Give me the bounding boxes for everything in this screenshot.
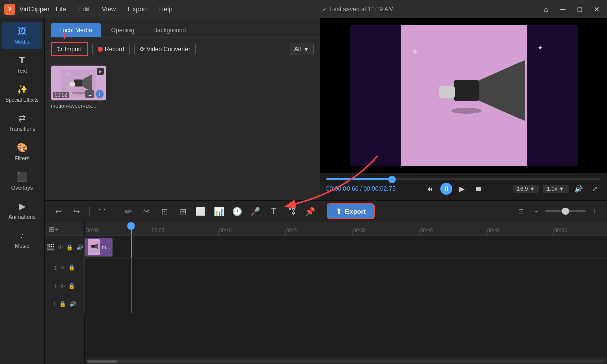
media-item-0[interactable]: ▶ 00:02 ☰ + motion-tween-ex... xyxy=(51,65,106,195)
top-section: Local Media Opening Background ↻ Import … xyxy=(45,18,607,200)
export-icon: ⬆ xyxy=(336,207,342,215)
audio-track-content[interactable] xyxy=(85,295,607,313)
text-track-1-content[interactable] xyxy=(85,259,607,277)
text-overlay-button[interactable]: T xyxy=(266,204,281,219)
sidebar-item-animations[interactable]: ▶ Animations xyxy=(2,197,42,224)
clip-duration: 00:02 xyxy=(53,92,69,98)
sidebar-item-media[interactable]: 🖼 Media xyxy=(2,22,42,49)
zoom-out-button[interactable]: − xyxy=(530,205,542,217)
preview-timeline-bar[interactable] xyxy=(326,178,601,180)
tab-background[interactable]: Background xyxy=(145,23,194,37)
mic-button[interactable]: 🎤 xyxy=(248,204,263,219)
export-button[interactable]: ⬆ Export xyxy=(327,203,375,219)
clock-button[interactable]: 🕐 xyxy=(230,204,245,219)
chart-button[interactable]: 📊 xyxy=(211,204,227,219)
home-icon[interactable]: ⌂ xyxy=(541,4,551,14)
pin-button[interactable]: 📌 xyxy=(302,204,318,219)
fit-button[interactable]: ⊡ xyxy=(515,205,527,217)
track-eye-icon-t2[interactable]: 👁 xyxy=(60,283,65,289)
delete-button[interactable]: 🗑 xyxy=(95,204,110,219)
menu-help[interactable]: Help xyxy=(157,4,175,14)
prev-frame-button[interactable]: ⏮ xyxy=(424,183,436,195)
zoom-in-button[interactable]: + xyxy=(589,205,601,217)
ruler-mark-5: 00:40 xyxy=(420,228,433,233)
volume-button[interactable]: 🔊 xyxy=(573,183,585,195)
svg-rect-18 xyxy=(91,245,95,248)
menu-file[interactable]: File xyxy=(54,4,68,14)
speed-badge[interactable]: 1.0x ▼ xyxy=(543,185,569,193)
minimize-icon[interactable]: ─ xyxy=(557,4,569,14)
scrollbar-track[interactable] xyxy=(87,360,605,363)
menu-edit[interactable]: Edit xyxy=(76,4,92,14)
add-track-button[interactable]: ⊞+ xyxy=(49,225,59,233)
timeline-ruler[interactable]: 00:00 00:08 00:16 00:24 00:32 00:40 00:4… xyxy=(85,222,607,236)
split-button[interactable]: ⊞ xyxy=(175,204,190,219)
play-button[interactable]: ▶ xyxy=(456,183,468,195)
aspect-ratio-badge[interactable]: 16:9 ▼ xyxy=(513,185,539,193)
toolbar-separator-2 xyxy=(115,206,115,216)
record-button[interactable]: Record xyxy=(92,43,130,55)
menu-view[interactable]: View xyxy=(100,4,118,14)
detach-button[interactable]: ⛓ xyxy=(284,204,299,219)
ruler-line-1 xyxy=(151,231,151,235)
text-track-2-content[interactable] xyxy=(85,277,607,295)
track-eye-icon-t1[interactable]: 👁 xyxy=(60,265,65,271)
edit-button[interactable]: ✏ xyxy=(120,204,136,219)
toolbar-row: ↩ ↪ 🗑 ✏ ✂ ⊡ ⊞ ⬜ 📊 🕐 🎤 T ⛓ 📌 ⬆ Export xyxy=(45,200,607,222)
timeline-scrollbar[interactable] xyxy=(85,358,607,364)
frame-button[interactable]: ⬜ xyxy=(193,204,208,219)
undo-button[interactable]: ↩ xyxy=(51,204,66,219)
fullscreen-button[interactable]: ⤢ xyxy=(589,183,601,195)
sidebar-label-filters: Filters xyxy=(15,155,30,161)
timeline: ⊞+ 🎬 👁 🔒 🔊 1 👁 🔒 1 👁 xyxy=(45,222,607,364)
clip-info-button[interactable]: ☰ xyxy=(85,90,94,98)
cut-button[interactable]: ✂ xyxy=(139,204,154,219)
track-lock-icon-t2[interactable]: 🔒 xyxy=(68,283,75,289)
video-track-content[interactable]: m... ✂ xyxy=(85,236,607,258)
sidebar-item-special-effects[interactable]: ✨ Special Effects xyxy=(2,80,42,107)
track-volume-icon[interactable]: 🔊 xyxy=(76,244,83,251)
tab-local-media[interactable]: Local Media xyxy=(51,23,101,37)
preview-progress-bar[interactable] xyxy=(326,178,601,180)
redo-button[interactable]: ↪ xyxy=(69,204,84,219)
ruler-mark-7: 00:56 xyxy=(554,228,567,233)
audio-track xyxy=(85,295,607,313)
track-num-2: 1 xyxy=(54,283,57,289)
clip-add-button[interactable]: + xyxy=(96,90,104,98)
maximize-icon[interactable]: □ xyxy=(575,4,585,14)
import-button[interactable]: ↻ Import ↓ xyxy=(51,42,88,56)
sidebar-item-music[interactable]: ♪ Music xyxy=(2,226,42,253)
export-label: Export xyxy=(345,208,366,215)
crop-button[interactable]: ⊡ xyxy=(157,204,172,219)
media-filter-select[interactable]: All ▼ xyxy=(290,43,314,55)
stop-button[interactable]: ⏹ xyxy=(472,183,485,195)
track-volume-icon-a[interactable]: 🔊 xyxy=(69,301,76,307)
sidebar-item-text[interactable]: T Text xyxy=(2,51,42,78)
track-lock-icon[interactable]: 🔒 xyxy=(66,244,73,251)
close-icon[interactable]: ✕ xyxy=(591,4,603,14)
zoom-controls: ⊡ − + xyxy=(515,205,601,217)
scrollbar-thumb[interactable] xyxy=(87,360,117,363)
track-lock-icon-a[interactable]: 🔒 xyxy=(59,301,66,307)
track-eye-icon[interactable]: 👁 xyxy=(58,244,63,250)
video-converter-button[interactable]: ⟳ Video Converter xyxy=(134,43,196,55)
track-lock-icon-t1[interactable]: 🔒 xyxy=(68,264,75,271)
zoom-slider[interactable] xyxy=(545,210,586,212)
sidebar-label-music: Music xyxy=(15,243,29,249)
import-icon: ↻ xyxy=(57,45,63,53)
tab-opening[interactable]: Opening xyxy=(103,23,143,37)
timeline-track-labels: ⊞+ 🎬 👁 🔒 🔊 1 👁 🔒 1 👁 xyxy=(45,222,85,364)
video-clip[interactable]: m... ✂ xyxy=(85,238,113,257)
preview-progress-thumb xyxy=(388,176,396,183)
sidebar-item-transitions[interactable]: ⇄ Transitions xyxy=(2,109,42,136)
playhead-text-track-2 xyxy=(131,277,132,295)
timeline-header-spacer: ⊞+ xyxy=(45,222,84,236)
converter-icon: ⟳ xyxy=(140,46,145,53)
pause-button[interactable]: ⏸ xyxy=(440,183,452,195)
sidebar-item-overlays[interactable]: ⬛ Overlays xyxy=(2,167,42,195)
menu-export[interactable]: Export xyxy=(126,4,149,14)
svg-rect-6 xyxy=(70,82,75,86)
sidebar-item-filters[interactable]: 🎨 Filters xyxy=(2,138,42,165)
ruler-mark-2: 00:16 xyxy=(219,228,232,233)
text-track-1 xyxy=(85,259,607,277)
